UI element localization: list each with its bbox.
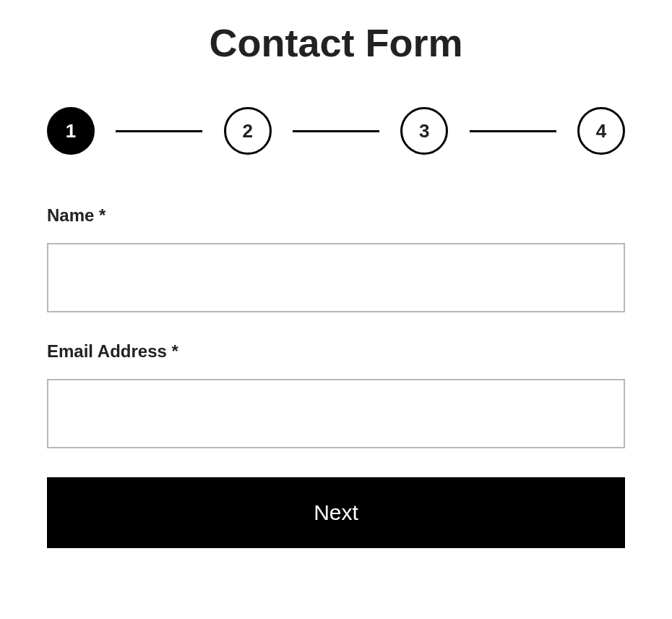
email-label: Email Address * xyxy=(47,341,625,362)
next-button[interactable]: Next xyxy=(47,477,625,548)
stepper-connector xyxy=(470,130,556,132)
stepper-connector xyxy=(293,130,379,132)
page-title: Contact Form xyxy=(47,20,625,65)
form-group-email: Email Address * xyxy=(47,341,625,448)
step-1[interactable]: 1 xyxy=(47,107,95,155)
step-4[interactable]: 4 xyxy=(577,107,625,155)
form-group-name: Name * xyxy=(47,205,625,312)
name-label: Name * xyxy=(47,205,625,226)
name-input[interactable] xyxy=(47,243,625,312)
stepper: 1 2 3 4 xyxy=(47,107,625,155)
email-input[interactable] xyxy=(47,379,625,448)
stepper-connector xyxy=(116,130,202,132)
step-3[interactable]: 3 xyxy=(400,107,448,155)
form-container: Contact Form 1 2 3 4 Name * Email Addres… xyxy=(47,0,625,548)
step-2[interactable]: 2 xyxy=(224,107,272,155)
